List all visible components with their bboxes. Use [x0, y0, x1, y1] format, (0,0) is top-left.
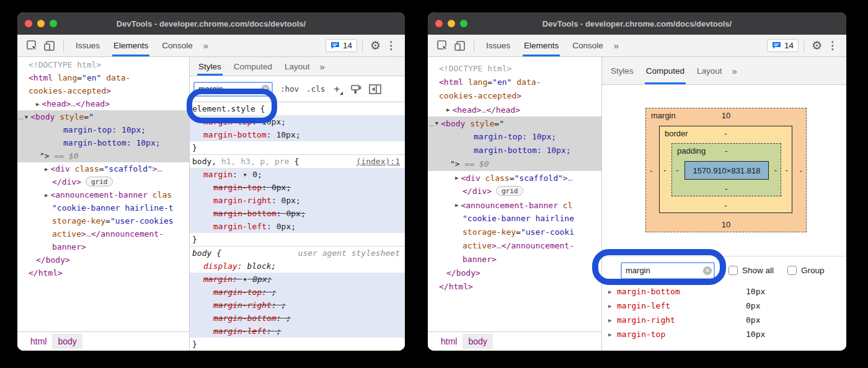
- box-model-padding-layer[interactable]: padding - - - - 1570.910×831.818: [671, 143, 781, 196]
- code-line[interactable]: margin-bottom: 0px;: [190, 207, 405, 220]
- settings-gear-icon[interactable]: ⚙: [370, 38, 381, 53]
- new-style-rule-button[interactable]: +: [334, 83, 343, 95]
- padding-left-value[interactable]: -: [676, 165, 678, 175]
- disclosure-triangle-icon[interactable]: ▶: [608, 317, 617, 323]
- code-line[interactable]: margin-top: 10px;: [17, 123, 189, 136]
- padding-top-value[interactable]: -: [672, 146, 781, 156]
- device-toolbar-icon[interactable]: [43, 39, 56, 53]
- border-top-value[interactable]: -: [660, 129, 792, 138]
- margin-bottom-value[interactable]: 10: [646, 220, 806, 229]
- zoom-window-button[interactable]: [460, 20, 467, 27]
- close-window-button[interactable]: [25, 20, 32, 27]
- computed-sidebar-toggle-icon[interactable]: [369, 84, 381, 94]
- code-line[interactable]: margin-bottom: ;: [190, 312, 405, 325]
- minimize-window-button[interactable]: [448, 20, 455, 27]
- more-panels-chevron[interactable]: »: [200, 40, 212, 51]
- code-line[interactable]: storage-key="user-cooki: [428, 226, 601, 239]
- box-model-diagram[interactable]: margin 10 10 - - border - - - - padding …: [645, 108, 807, 232]
- show-all-checkbox[interactable]: Show all: [728, 266, 774, 275]
- inspect-element-icon[interactable]: [25, 39, 39, 53]
- tab-layout[interactable]: Layout: [278, 57, 316, 76]
- disclosure-triangle-icon[interactable]: ▶: [608, 303, 617, 309]
- kebab-menu-icon[interactable]: ⋮: [827, 39, 838, 52]
- margin-right-value[interactable]: -: [800, 165, 802, 175]
- code-line[interactable]: margin-top: 0px;: [190, 181, 405, 194]
- breadcrumb-html[interactable]: html: [25, 334, 52, 349]
- code-line[interactable]: margin-bottom: 10px;: [428, 144, 601, 157]
- code-line[interactable]: margin-top: 10px;: [190, 115, 405, 128]
- toggle-hover-state-button[interactable]: :hov: [280, 84, 299, 94]
- tab-elements[interactable]: Elements: [517, 35, 565, 56]
- code-line[interactable]: cookies-accepted>: [428, 89, 601, 103]
- disclosure-triangle-icon[interactable]: ▶: [45, 166, 48, 172]
- border-right-value[interactable]: -: [786, 165, 788, 174]
- code-line[interactable]: }: [190, 233, 405, 246]
- computed-property-row[interactable]: ▶margin-left0px: [602, 299, 846, 313]
- code-line[interactable]: active>…</announcement-: [17, 227, 189, 240]
- checkbox-icon[interactable]: [787, 266, 797, 275]
- margin-left-value[interactable]: -: [650, 165, 652, 175]
- style-rule[interactable]: body, h1, h3, p, pre {(index):1margin: ▼…: [190, 155, 405, 247]
- dom-tree[interactable]: <!DOCTYPE html><html lang="en" data-cook…: [17, 57, 189, 332]
- code-line[interactable]: storage-key="user-cookies: [17, 214, 189, 227]
- clear-filter-icon[interactable]: ✕: [703, 266, 712, 275]
- tab-computed[interactable]: Computed: [228, 57, 278, 76]
- group-checkbox[interactable]: Group: [787, 266, 825, 275]
- padding-bottom-value[interactable]: -: [672, 184, 781, 193]
- code-line[interactable]: <!DOCTYPE html>: [428, 62, 601, 76]
- computed-property-row[interactable]: ▶margin-bottom10px: [602, 284, 846, 299]
- tab-elements[interactable]: Elements: [107, 35, 155, 56]
- code-line[interactable]: margin-bottom: 10px;: [17, 136, 189, 149]
- settings-gear-icon[interactable]: ⚙: [812, 38, 822, 53]
- disclosure-triangle-icon[interactable]: ▶: [45, 192, 48, 198]
- code-line[interactable]: banner>: [17, 240, 189, 253]
- more-sidebar-tabs-chevron[interactable]: »: [728, 66, 741, 76]
- padding-right-value[interactable]: -: [774, 165, 777, 175]
- code-line[interactable]: margin-top: ;: [190, 286, 405, 299]
- breadcrumb-body[interactable]: body: [52, 334, 82, 349]
- code-line[interactable]: ▶<head>…</head>: [17, 97, 189, 110]
- border-left-value[interactable]: -: [663, 165, 666, 174]
- kebab-menu-icon[interactable]: ⋮: [386, 39, 396, 52]
- toggle-element-classes-button[interactable]: .cls: [306, 84, 325, 94]
- code-line[interactable]: active>…</announcement-: [428, 239, 601, 253]
- code-line[interactable]: </html>: [17, 266, 189, 279]
- disclosure-triangle-icon[interactable]: ▼: [435, 120, 438, 126]
- code-line[interactable]: margin-right: ;: [190, 299, 405, 312]
- box-model-border-layer[interactable]: border - - - - padding - - - - 1570.910×…: [659, 126, 792, 213]
- tab-computed[interactable]: Computed: [640, 57, 691, 84]
- more-sidebar-tabs-chevron[interactable]: »: [316, 61, 329, 72]
- code-line[interactable]: "cookie-banner hairline: [428, 212, 601, 226]
- dom-tree[interactable]: <!DOCTYPE html><html lang="en" data-cook…: [428, 57, 601, 332]
- rendering-emulations-icon[interactable]: [350, 84, 361, 95]
- code-line[interactable]: </body>: [428, 266, 601, 280]
- disclosure-triangle-icon[interactable]: ▶: [455, 202, 458, 208]
- code-line[interactable]: ▶<announcement-banner clas: [17, 188, 189, 201]
- tab-styles[interactable]: Styles: [604, 57, 640, 84]
- code-line[interactable]: <!DOCTYPE html>: [17, 58, 189, 71]
- breadcrumb-html[interactable]: html: [435, 334, 463, 349]
- code-line[interactable]: body {user agent stylesheet: [190, 247, 405, 260]
- disclosure-triangle-icon[interactable]: ▼: [25, 114, 28, 120]
- computed-property-row[interactable]: ▶margin-right0px: [602, 313, 846, 327]
- checkbox-icon[interactable]: [728, 266, 738, 275]
- tab-layout[interactable]: Layout: [691, 57, 728, 84]
- box-model-content-size[interactable]: 1570.910×831.818: [684, 161, 769, 180]
- clear-filter-icon[interactable]: ✕: [261, 85, 270, 94]
- style-rule[interactable]: element.style {margin-top: 10px;margin-b…: [190, 102, 405, 155]
- style-rule[interactable]: body {user agent stylesheetdisplay: bloc…: [190, 247, 405, 351]
- zoom-window-button[interactable]: [50, 20, 57, 27]
- computed-properties-list[interactable]: ▶margin-bottom10px▶margin-left0px▶margin…: [602, 284, 846, 341]
- code-line[interactable]: …▼<body style=": [428, 116, 601, 130]
- inspect-element-icon[interactable]: [436, 39, 450, 53]
- code-line[interactable]: cookies-accepted>: [17, 84, 189, 97]
- disclosure-triangle-icon[interactable]: ▶: [608, 331, 617, 338]
- tab-issues[interactable]: Issues: [69, 35, 107, 56]
- code-line[interactable]: </div>grid: [17, 175, 189, 188]
- code-line[interactable]: margin-top: 10px;: [428, 130, 601, 144]
- minimize-window-button[interactable]: [37, 20, 45, 27]
- border-bottom-value[interactable]: -: [660, 201, 792, 210]
- code-line[interactable]: element.style {: [190, 102, 405, 115]
- code-line[interactable]: ▶<div class="scaffold">…: [428, 171, 601, 185]
- disclosure-triangle-icon[interactable]: ▶: [446, 107, 450, 113]
